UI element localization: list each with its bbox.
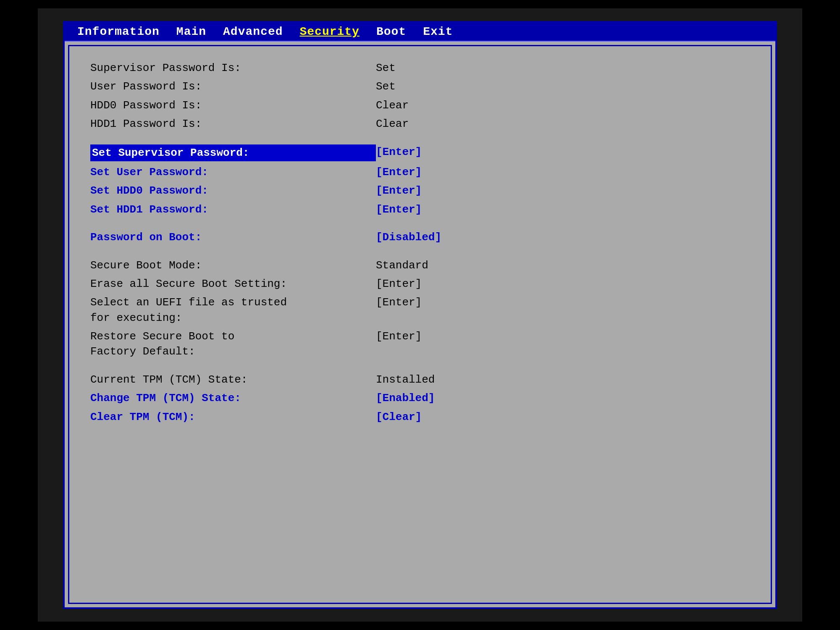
bios-window: Information Main Advanced Security Boot … <box>63 21 777 609</box>
label-user-password-is: User Password Is: <box>90 79 376 94</box>
label-restore-secure-boot-line1: Restore Secure Boot to <box>90 329 376 344</box>
label-current-tpm-state: Current TPM (TCM) State: <box>90 372 376 387</box>
menu-item-advanced[interactable]: Advanced <box>223 25 283 38</box>
row-set-user-password[interactable]: Set User Password: [Enter] <box>90 163 750 181</box>
value-password-on-boot: [Disabled] <box>376 230 441 245</box>
label-set-supervisor-password: Set Supervisor Password: <box>90 144 376 161</box>
label-hdd0-password-is: HDD0 Password Is: <box>90 98 376 113</box>
label-restore-secure-boot: Restore Secure Boot to Factory Default: <box>90 329 376 360</box>
row-hdd1-password-is: HDD1 Password Is: Clear <box>90 115 750 133</box>
value-hdd1-password-is: Clear <box>376 116 409 131</box>
row-supervisor-password-is: Supervisor Password Is: Set <box>90 59 750 77</box>
label-select-uefi-line2: for executing: <box>90 310 376 326</box>
menu-item-main[interactable]: Main <box>176 25 206 38</box>
value-user-password-is: Set <box>376 79 396 94</box>
label-select-uefi-file: Select an UEFI file as trusted for execu… <box>90 295 376 326</box>
row-password-on-boot[interactable]: Password on Boot: [Disabled] <box>90 228 750 247</box>
menu-bar: Information Main Advanced Security Boot … <box>65 23 775 42</box>
value-set-hdd1-password: [Enter] <box>376 202 422 217</box>
value-change-tpm-state: [Enabled] <box>376 391 435 406</box>
label-secure-boot-mode: Secure Boot Mode: <box>90 258 376 273</box>
value-erase-secure-boot: [Enter] <box>376 276 422 291</box>
menu-item-information[interactable]: Information <box>77 25 160 38</box>
label-hdd1-password-is: HDD1 Password Is: <box>90 116 376 131</box>
label-change-tpm-state: Change TPM (TCM) State: <box>90 391 376 406</box>
row-set-hdd1-password[interactable]: Set HDD1 Password: [Enter] <box>90 200 750 219</box>
value-current-tpm-state: Installed <box>376 372 435 387</box>
value-set-supervisor-password: [Enter] <box>376 144 422 160</box>
row-clear-tpm[interactable]: Clear TPM (TCM): [Clear] <box>90 408 750 426</box>
spacer-4 <box>90 361 750 370</box>
value-supervisor-password-is: Set <box>376 60 396 76</box>
menu-item-security[interactable]: Security <box>299 25 359 38</box>
screen-outer: Information Main Advanced Security Boot … <box>38 8 802 622</box>
row-secure-boot-mode: Secure Boot Mode: Standard <box>90 256 750 275</box>
value-hdd0-password-is: Clear <box>376 98 409 113</box>
row-hdd0-password-is: HDD0 Password Is: Clear <box>90 96 750 115</box>
row-restore-secure-boot[interactable]: Restore Secure Boot to Factory Default: … <box>90 327 750 361</box>
row-current-tpm-state: Current TPM (TCM) State: Installed <box>90 370 750 389</box>
row-set-hdd0-password[interactable]: Set HDD0 Password: [Enter] <box>90 181 750 200</box>
value-select-uefi-file: [Enter] <box>376 295 422 310</box>
label-clear-tpm: Clear TPM (TCM): <box>90 410 376 425</box>
spacer-3 <box>90 247 750 256</box>
spacer-1 <box>90 134 750 143</box>
value-set-user-password: [Enter] <box>376 165 422 180</box>
label-restore-secure-boot-line2: Factory Default: <box>90 344 376 359</box>
label-select-uefi-line1: Select an UEFI file as trusted <box>90 295 376 310</box>
row-set-supervisor-password[interactable]: Set Supervisor Password: [Enter] <box>90 143 750 163</box>
value-set-hdd0-password: [Enter] <box>376 183 422 198</box>
row-erase-secure-boot[interactable]: Erase all Secure Boot Setting: [Enter] <box>90 275 750 293</box>
spacer-2 <box>90 219 750 228</box>
value-clear-tpm: [Clear] <box>376 410 422 425</box>
value-secure-boot-mode: Standard <box>376 258 428 273</box>
label-password-on-boot: Password on Boot: <box>90 230 376 245</box>
label-erase-secure-boot: Erase all Secure Boot Setting: <box>90 276 376 291</box>
row-user-password-is: User Password Is: Set <box>90 77 750 96</box>
settings-table: Supervisor Password Is: Set User Passwor… <box>90 59 750 426</box>
row-change-tpm-state[interactable]: Change TPM (TCM) State: [Enabled] <box>90 389 750 407</box>
label-set-hdd1-password: Set HDD1 Password: <box>90 202 376 217</box>
content-area: Supervisor Password Is: Set User Passwor… <box>68 45 772 604</box>
value-restore-secure-boot: [Enter] <box>376 329 422 344</box>
label-supervisor-password-is: Supervisor Password Is: <box>90 60 376 76</box>
menu-item-boot[interactable]: Boot <box>376 25 406 38</box>
label-set-user-password: Set User Password: <box>90 165 376 180</box>
row-select-uefi-file[interactable]: Select an UEFI file as trusted for execu… <box>90 293 750 327</box>
menu-item-exit[interactable]: Exit <box>423 25 453 38</box>
label-set-hdd0-password: Set HDD0 Password: <box>90 183 376 198</box>
